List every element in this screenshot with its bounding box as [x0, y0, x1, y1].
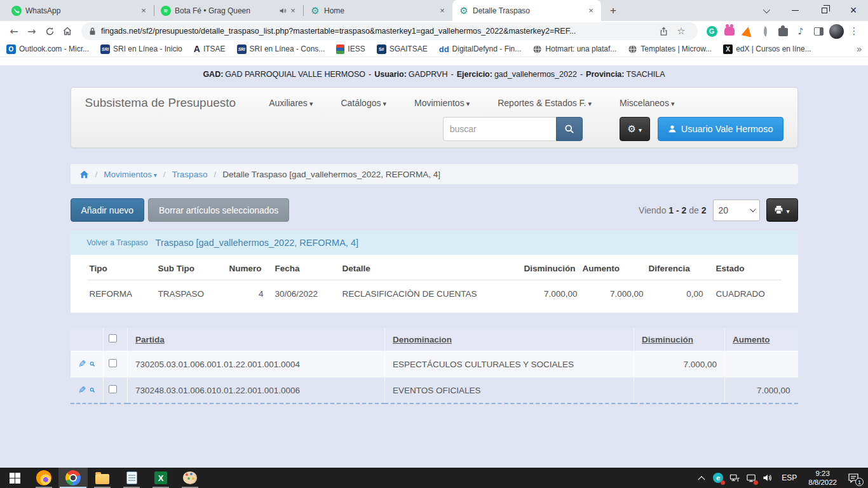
url-bar[interactable]: fingads.net/sf2/presupuesto/detalle_tras…: [81, 22, 698, 40]
taskbar-excel[interactable]: [146, 468, 175, 488]
globe-icon: [532, 44, 542, 54]
back-icon[interactable]: ←: [5, 22, 23, 40]
settings-button[interactable]: ⚙: [620, 117, 650, 141]
bookmark-sgaitsae[interactable]: SGAITSAE: [377, 44, 428, 54]
alert-badge: [721, 480, 725, 485]
close-icon[interactable]: [288, 6, 298, 16]
column-partida[interactable]: Partida: [128, 328, 385, 351]
orange-extension-icon[interactable]: [739, 23, 756, 39]
taskbar-file-explorer[interactable]: [88, 468, 117, 488]
page-size-select[interactable]: 20: [713, 200, 760, 221]
bookmark-hotmart[interactable]: Hotmart: una plataf...: [532, 44, 616, 54]
menu-reportes[interactable]: Reportes & Estados F.: [498, 98, 592, 108]
language-indicator[interactable]: ESP: [776, 473, 803, 482]
view-icon[interactable]: [90, 386, 95, 395]
breadcrumb-movimientos[interactable]: Movimientos: [104, 170, 157, 179]
web-page: GAD: GAD PARROQUIAL VALLE HERMOSO - Usua…: [0, 57, 868, 468]
column-aumento[interactable]: Aumento: [725, 328, 798, 351]
user-button[interactable]: Usuario Vale Hermoso: [658, 117, 783, 141]
usuario-value: GADPRVH: [409, 70, 448, 79]
edit-icon[interactable]: [78, 384, 86, 396]
home-icon[interactable]: [58, 22, 76, 40]
menu-catalogos[interactable]: Catálogos: [341, 98, 386, 108]
add-new-button[interactable]: Añadir nuevo: [71, 198, 145, 222]
restore-button[interactable]: [810, 0, 839, 21]
search-input[interactable]: [443, 117, 556, 141]
bookmarks-bar: Outlook.com - Micr... SRI en Línea - Ini…: [0, 41, 868, 57]
digitaldefynd-icon: [439, 44, 449, 54]
cell-disminucion: [634, 377, 725, 404]
detail-header-row: Partida Denominacion Disminución Aumento: [71, 328, 798, 351]
bookmark-iess[interactable]: IESS: [336, 44, 365, 54]
column-denominacion[interactable]: Denominacion: [385, 328, 634, 351]
breadcrumb-traspaso[interactable]: Traspaso: [172, 170, 208, 179]
tab-home[interactable]: ⚙ Home: [304, 0, 452, 21]
bookmark-outlook[interactable]: Outlook.com - Micr...: [6, 44, 89, 54]
page-top-strip: [0, 57, 868, 65]
close-icon[interactable]: [139, 6, 149, 16]
taskbar-firefox[interactable]: [29, 468, 58, 488]
profile-avatar[interactable]: [828, 23, 844, 39]
bookmark-edx[interactable]: edX | Cursos en líne...: [723, 44, 811, 54]
minimize-button[interactable]: [780, 0, 810, 21]
paint-icon: [183, 471, 197, 484]
row-checkbox[interactable]: [109, 359, 117, 367]
menu-miscelaneos[interactable]: Miscelaneos: [620, 98, 674, 108]
windows-icon: [10, 473, 20, 484]
bookmark-itsae[interactable]: ITSAE: [194, 44, 226, 54]
bookmark-sri-consultas[interactable]: SRI en Línea - Cons...: [237, 44, 325, 54]
menu-auxiliares[interactable]: Auxiliares: [269, 98, 313, 108]
tray-expand-icon[interactable]: [693, 468, 710, 488]
pink-extension-icon[interactable]: [721, 23, 738, 39]
taskbar-clock[interactable]: 9:23 8/8/2022: [803, 469, 843, 487]
side-panel-icon[interactable]: [810, 23, 827, 39]
taskbar-chrome[interactable]: [58, 468, 88, 488]
close-window-button[interactable]: [839, 0, 868, 21]
start-button[interactable]: [0, 468, 29, 488]
delete-selected-button[interactable]: Borrar artículos seleccionados: [148, 198, 289, 222]
chevron-down-icon: [381, 98, 386, 108]
tab-detalle-traspaso[interactable]: ⚙ Detalle Traspaso: [452, 0, 601, 21]
bookmarks-overflow-icon[interactable]: [857, 44, 862, 54]
browser-menu-icon[interactable]: [846, 23, 862, 39]
taskbar-notepad[interactable]: [117, 468, 146, 488]
action-center-icon[interactable]: 1: [843, 468, 864, 488]
view-icon[interactable]: [90, 360, 95, 369]
edit-icon[interactable]: [78, 358, 86, 370]
new-tab-button[interactable]: [605, 3, 621, 19]
close-icon[interactable]: [437, 6, 447, 16]
search-button[interactable]: [556, 117, 583, 141]
print-button[interactable]: [766, 198, 798, 222]
bookmark-digitaldefynd[interactable]: DigitalDefynd - Fin...: [439, 44, 522, 54]
tab-audio-icon[interactable]: [279, 7, 287, 15]
chevron-down-icon: [308, 98, 313, 108]
iess-icon: [336, 44, 344, 54]
home-icon[interactable]: [79, 170, 89, 179]
media-extension-icon[interactable]: [792, 23, 809, 39]
menu-movimientos[interactable]: Movimientos: [414, 98, 470, 108]
select-all-checkbox[interactable]: [109, 334, 117, 342]
taskbar-paint[interactable]: [175, 468, 205, 488]
forward-icon[interactable]: →: [23, 22, 41, 40]
back-to-traspaso-link[interactable]: Volver a Traspaso: [87, 238, 148, 247]
bookmark-templates[interactable]: Templates | Microw...: [628, 44, 712, 54]
ejercicio-value: gad_vallehermos_2022: [494, 70, 577, 79]
row-checkbox[interactable]: [109, 385, 117, 393]
feather-extension-icon[interactable]: [757, 23, 773, 39]
close-icon[interactable]: [586, 6, 596, 16]
reload-icon[interactable]: [41, 22, 58, 40]
eset-tray-icon[interactable]: [710, 468, 726, 488]
display-alert-icon[interactable]: [743, 468, 759, 488]
column-disminucion[interactable]: Disminución: [634, 328, 725, 351]
tab-whatsapp[interactable]: WhatsApp: [5, 0, 154, 21]
grammarly-extension-icon[interactable]: [703, 23, 720, 39]
tab-spotify[interactable]: Bota Fé • Grag Queen: [154, 0, 303, 21]
app-title: Subsistema de Presupuesto: [85, 96, 236, 110]
volume-icon[interactable]: [759, 468, 776, 488]
bookmark-sri-inicio[interactable]: SRI en Línea - Inicio: [100, 44, 182, 54]
bookmark-star-icon[interactable]: [673, 23, 689, 39]
tab-search-icon[interactable]: [751, 0, 780, 21]
network-icon[interactable]: [726, 468, 743, 488]
extensions-puzzle-icon[interactable]: [775, 23, 791, 39]
share-icon[interactable]: [655, 23, 672, 39]
